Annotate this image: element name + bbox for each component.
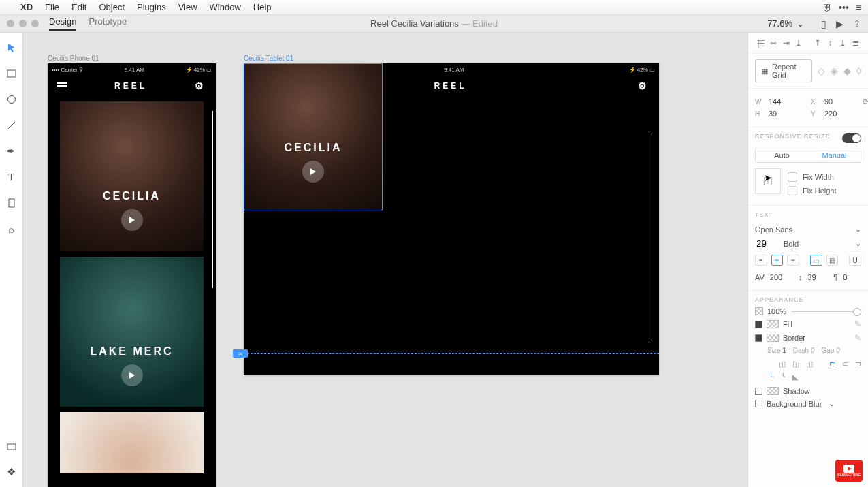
y-input[interactable] — [823, 109, 850, 119]
text-point-icon[interactable]: ▭ — [810, 255, 822, 266]
dots-icon[interactable]: ••• — [839, 2, 849, 13]
stroke-outer-icon[interactable]: ◫ — [806, 360, 813, 368]
fix-width-icon[interactable] — [788, 172, 797, 182]
border-swatch[interactable] — [767, 334, 779, 342]
zoom-tool-icon[interactable]: ⌕ — [3, 221, 20, 237]
youtube-subscribe-button[interactable]: SUBSCRIBE — [835, 460, 863, 482]
opacity-slider[interactable] — [792, 311, 861, 312]
union-icon[interactable]: ◇ — [818, 65, 825, 76]
zoom-icon[interactable] — [31, 20, 39, 27]
align-right-icon[interactable]: ⇥ — [781, 38, 792, 48]
tab-design[interactable]: Design — [49, 16, 76, 31]
menu-edit[interactable]: Edit — [71, 2, 86, 12]
text-align-left-icon[interactable]: ≡ — [755, 255, 767, 266]
eyedropper-icon[interactable]: ✎ — [854, 333, 861, 343]
menu-plugins[interactable]: Plugins — [137, 2, 166, 12]
close-icon[interactable] — [7, 20, 14, 27]
shadow-checkbox[interactable] — [755, 388, 762, 395]
cap-square-icon[interactable]: ⊐ — [855, 360, 861, 368]
menu-view[interactable]: View — [178, 2, 197, 12]
artboard-tool-icon[interactable] — [3, 195, 20, 211]
share-icon[interactable]: ⇪ — [853, 18, 861, 29]
text-area-icon[interactable]: ▤ — [826, 255, 839, 266]
manual-tab[interactable]: Manual — [808, 148, 861, 162]
menu-object[interactable]: Object — [99, 2, 125, 12]
underline-icon[interactable]: U — [849, 255, 861, 266]
x-input[interactable] — [823, 97, 850, 106]
subtract-icon[interactable]: ◈ — [831, 65, 838, 76]
opacity-value[interactable]: 100% — [767, 307, 786, 315]
video-card: LAKE MERC — [60, 257, 204, 407]
menu-file[interactable]: File — [45, 2, 59, 12]
minimize-icon[interactable] — [19, 20, 27, 27]
rect-tool-icon[interactable] — [3, 65, 20, 82]
distribute-icon[interactable]: ≣ — [850, 38, 861, 48]
eyedropper-icon[interactable]: ✎ — [854, 319, 861, 329]
artboard-label[interactable]: Cecilia Tablet 01 — [244, 54, 293, 62]
font-size-input[interactable] — [755, 236, 775, 251]
align-bottom-icon[interactable]: ⤓ — [837, 38, 848, 48]
app-name[interactable]: XD — [20, 2, 33, 12]
menu-window[interactable]: Window — [210, 2, 241, 12]
exclude-icon[interactable]: ◊ — [856, 65, 861, 76]
line-tool-icon[interactable] — [3, 117, 20, 133]
align-center-h-icon[interactable]: ⇿ — [768, 38, 779, 48]
app-title: REEL — [114, 81, 147, 91]
stroke-center-icon[interactable]: ◫ — [792, 360, 799, 368]
chevron-down-icon: ⌄ — [855, 225, 861, 234]
canvas[interactable]: Cecilia Phone 01 •••• Carrier ⚲ 9:41 AM … — [23, 33, 748, 487]
cap-round-icon[interactable]: ⊂ — [842, 360, 848, 368]
fix-height-icon[interactable] — [788, 186, 797, 195]
tracking-input[interactable] — [769, 272, 789, 282]
border-checkbox[interactable] — [755, 334, 762, 342]
text-align-right-icon[interactable]: ≡ — [787, 255, 799, 266]
menu-lines-icon[interactable]: ≡ — [856, 2, 861, 13]
fill-checkbox[interactable] — [755, 321, 762, 328]
join-bevel-icon[interactable]: ◣ — [792, 373, 798, 381]
paragraph-input[interactable] — [841, 272, 855, 282]
play-icon[interactable]: ▶ — [836, 18, 843, 29]
align-bottom-icon[interactable]: ⤓ — [793, 38, 804, 48]
chevron-down-icon[interactable]: ⌄ — [829, 399, 835, 408]
intersect-icon[interactable]: ◆ — [843, 65, 851, 76]
width-input[interactable] — [767, 97, 794, 106]
align-top-icon[interactable]: ⤒ — [812, 38, 823, 48]
join-round-icon[interactable]: ╰ — [781, 373, 786, 381]
responsive-toggle[interactable] — [842, 133, 861, 143]
select-tool-icon[interactable] — [3, 40, 20, 56]
menu-help[interactable]: Help — [253, 2, 272, 12]
fill-swatch[interactable] — [767, 320, 779, 328]
artboard-tablet[interactable]: •••• Carrier ⚲ 9:41 AM ⚡ 42% ▭ REEL ⚙ CE… — [244, 63, 659, 375]
height-input[interactable] — [767, 109, 794, 119]
selection-guide — [244, 353, 659, 354]
join-miter-icon[interactable]: └ — [769, 373, 774, 381]
grid-icon: ▦ — [761, 67, 768, 76]
shield-icon[interactable]: ⛨ — [822, 2, 832, 13]
stroke-inner-icon[interactable]: ◫ — [779, 360, 786, 368]
zoom-dropdown[interactable]: 77.6%⌄ — [767, 18, 804, 29]
auto-tab[interactable]: Auto — [756, 148, 808, 162]
text-tool-icon[interactable]: T — [3, 169, 20, 185]
ellipse-tool-icon[interactable] — [3, 91, 20, 108]
rotate-icon[interactable]: ⟳ — [863, 97, 868, 106]
cap-butt-icon[interactable]: ⊏ — [829, 360, 835, 368]
assets-icon[interactable] — [3, 438, 20, 454]
device-preview-icon[interactable]: ▯ — [821, 18, 826, 29]
artboard-label[interactable]: Cecilia Phone 01 — [48, 54, 99, 62]
text-align-center-icon[interactable]: ≡ — [771, 255, 784, 266]
pen-tool-icon[interactable]: ✒ — [3, 143, 20, 159]
window-controls[interactable] — [7, 20, 39, 27]
tab-prototype[interactable]: Prototype — [89, 16, 127, 31]
layers-icon[interactable]: ❖ — [3, 464, 20, 480]
shadow-swatch[interactable] — [767, 387, 779, 395]
align-left-icon[interactable]: ⬱ — [755, 38, 766, 48]
bgblur-checkbox[interactable] — [755, 400, 762, 407]
leading-input[interactable] — [806, 272, 824, 282]
selected-layer[interactable]: CECILIA — [244, 63, 383, 210]
artboard-phone[interactable]: •••• Carrier ⚲ 9:41 AM ⚡ 42% ▭ REEL ⚙ CE… — [48, 63, 216, 487]
font-weight-dropdown[interactable]: Bold⌄ — [784, 236, 861, 251]
selection-handle[interactable]: = — [233, 349, 248, 358]
align-center-v-icon[interactable]: ↕ — [825, 38, 836, 48]
font-family-dropdown[interactable]: Open Sans⌄ — [755, 222, 861, 236]
repeat-grid-button[interactable]: ▦ Repeat Grid — [755, 59, 812, 82]
